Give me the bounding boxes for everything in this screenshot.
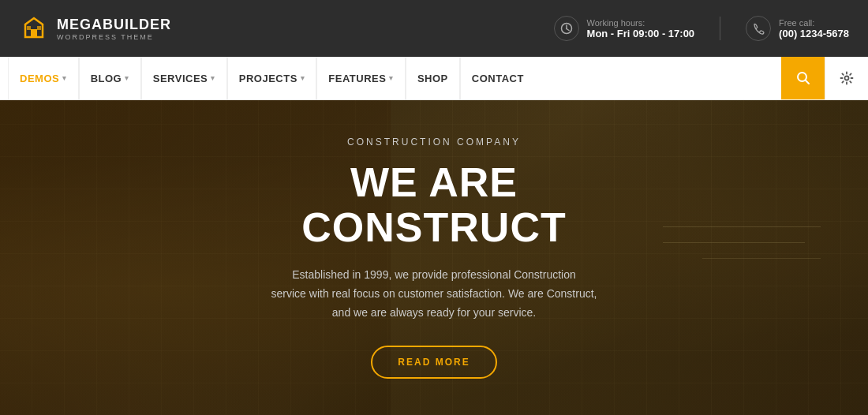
working-hours-value: Mon - Fri 09:00 - 17:00 xyxy=(587,28,695,39)
nav-item-features[interactable]: FEATURES ▾ xyxy=(316,57,406,99)
search-icon xyxy=(796,71,810,85)
chevron-down-icon: ▾ xyxy=(125,74,129,82)
nav-item-services[interactable]: SERVICES ▾ xyxy=(141,57,227,99)
free-call-value: (00) 1234-5678 xyxy=(779,28,849,39)
hero-cta-button[interactable]: READ MORE xyxy=(371,346,496,379)
working-hours-text: Working hours: Mon - Fri 09:00 - 17:00 xyxy=(587,18,695,39)
svg-line-7 xyxy=(567,29,569,31)
nav-link-features[interactable]: FEATURES ▾ xyxy=(316,57,406,99)
nav-menu: DEMOS ▾ BLOG ▾ SERVICES ▾ PROJECTS ▾ FEA xyxy=(0,57,781,99)
svg-rect-2 xyxy=(31,29,37,37)
nav-item-demos[interactable]: DEMOS ▾ xyxy=(8,57,79,99)
logo-area: MEGABUILDER WORDPRESS THEME xyxy=(19,13,554,43)
clock-icon xyxy=(554,16,579,41)
nav-link-services[interactable]: SERVICES ▾ xyxy=(141,57,227,99)
svg-point-10 xyxy=(845,77,849,80)
chevron-down-icon: ▾ xyxy=(211,74,215,82)
free-call-text: Free call: (00) 1234-5678 xyxy=(779,18,849,39)
working-hours-info: Working hours: Mon - Fri 09:00 - 17:00 xyxy=(554,16,695,41)
svg-line-9 xyxy=(805,80,809,84)
working-hours-label: Working hours: xyxy=(587,18,695,28)
logo-icon xyxy=(19,13,49,43)
top-bar: MEGABUILDER WORDPRESS THEME Working hour… xyxy=(0,0,868,57)
svg-rect-4 xyxy=(37,26,41,30)
hero-description: Established in 1999, we provide professi… xyxy=(213,266,655,322)
svg-rect-3 xyxy=(27,26,31,30)
chevron-down-icon: ▾ xyxy=(62,74,67,82)
nav-item-contact[interactable]: CONTACT xyxy=(460,57,535,99)
free-call-label: Free call: xyxy=(779,18,849,28)
logo-subtitle: WORDPRESS THEME xyxy=(57,33,171,41)
chevron-down-icon: ▾ xyxy=(301,74,305,82)
nav-link-projects[interactable]: PROJECTS ▾ xyxy=(227,57,317,99)
free-call-info: Free call: (00) 1234-5678 xyxy=(746,16,849,41)
logo-text-block: MEGABUILDER WORDPRESS THEME xyxy=(57,17,171,41)
search-button[interactable] xyxy=(781,57,825,99)
nav-item-projects[interactable]: PROJECTS ▾ xyxy=(227,57,317,99)
nav-link-demos[interactable]: DEMOS ▾ xyxy=(8,57,79,99)
phone-icon xyxy=(746,16,771,41)
nav-link-contact[interactable]: CONTACT xyxy=(460,57,535,99)
nav-item-shop[interactable]: SHOP xyxy=(406,57,460,99)
chevron-down-icon: ▾ xyxy=(389,74,394,82)
hero-title: WE ARE CONSTRUCT xyxy=(213,160,655,250)
hero-subtitle: CONSTRUCTION COMPANY xyxy=(213,136,655,148)
hero-content: CONSTRUCTION COMPANY WE ARE CONSTRUCT Es… xyxy=(197,136,671,379)
nav-item-blog[interactable]: BLOG ▾ xyxy=(79,57,141,99)
nav-link-blog[interactable]: BLOG ▾ xyxy=(79,57,141,99)
nav-link-shop[interactable]: SHOP xyxy=(406,57,460,99)
nav-bar: DEMOS ▾ BLOG ▾ SERVICES ▾ PROJECTS ▾ FEA xyxy=(0,57,868,100)
logo-title: MEGABUILDER xyxy=(57,17,171,33)
divider xyxy=(720,17,720,40)
settings-button[interactable] xyxy=(825,57,868,99)
top-bar-right: Working hours: Mon - Fri 09:00 - 17:00 F… xyxy=(554,16,849,41)
gear-icon xyxy=(840,71,854,85)
nav-right-actions xyxy=(781,57,868,99)
hero-section: CONSTRUCTION COMPANY WE ARE CONSTRUCT Es… xyxy=(0,100,868,415)
